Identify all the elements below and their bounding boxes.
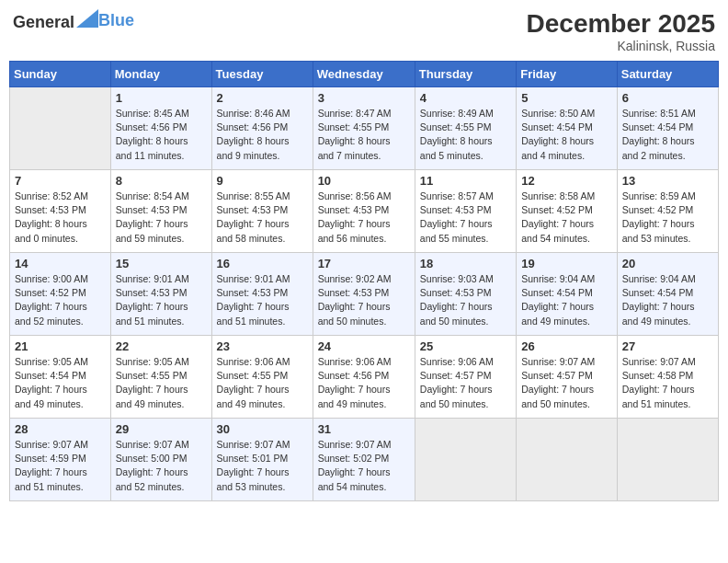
day-info: Sunrise: 9:07 AMSunset: 5:00 PMDaylight:… [116,438,207,494]
day-info: Sunrise: 9:00 AMSunset: 4:52 PMDaylight:… [15,272,106,328]
day-info: Sunrise: 8:51 AMSunset: 4:54 PMDaylight:… [622,107,713,163]
day-number: 16 [217,257,308,270]
location-text: Kalininsk, Russia [527,39,715,53]
day-info: Sunrise: 9:06 AMSunset: 4:55 PMDaylight:… [217,355,308,411]
calendar-day-cell: 19Sunrise: 9:04 AMSunset: 4:54 PMDayligh… [517,253,618,336]
day-info: Sunrise: 9:07 AMSunset: 4:57 PMDaylight:… [521,355,612,411]
day-number: 18 [420,257,511,270]
calendar-week-row: 14Sunrise: 9:00 AMSunset: 4:52 PMDayligh… [10,253,719,336]
day-info: Sunrise: 9:05 AMSunset: 4:54 PMDaylight:… [15,355,106,411]
calendar-day-cell [617,419,718,501]
calendar-day-cell [415,419,516,501]
day-number: 29 [116,422,207,436]
calendar-day-cell [10,87,111,170]
weekday-header-row: SundayMondayTuesdayWednesdayThursdayFrid… [10,62,719,87]
day-info: Sunrise: 9:07 AMSunset: 5:02 PMDaylight:… [318,438,410,494]
weekday-header-sunday: Sunday [10,62,111,87]
month-title: December 2025 [527,9,715,39]
calendar-day-cell: 10Sunrise: 8:56 AMSunset: 4:53 PMDayligh… [313,170,415,253]
day-info: Sunrise: 8:58 AMSunset: 4:52 PMDaylight:… [521,190,612,246]
day-info: Sunrise: 9:06 AMSunset: 4:56 PMDaylight:… [318,355,410,411]
logo-blue-text: Blue [98,11,134,29]
day-info: Sunrise: 9:02 AMSunset: 4:53 PMDaylight:… [318,272,410,328]
calendar-day-cell: 27Sunrise: 9:07 AMSunset: 4:58 PMDayligh… [617,336,718,419]
day-number: 15 [116,257,207,270]
day-number: 3 [318,91,410,105]
day-number: 28 [15,422,106,436]
day-number: 9 [217,174,308,188]
calendar-day-cell: 30Sunrise: 9:07 AMSunset: 5:01 PMDayligh… [211,419,313,501]
day-info: Sunrise: 8:49 AMSunset: 4:55 PMDaylight:… [420,107,511,163]
weekday-header-thursday: Thursday [415,62,516,87]
day-number: 17 [318,257,410,270]
day-number: 12 [521,174,612,188]
day-number: 31 [318,422,410,436]
day-number: 26 [521,339,612,353]
day-number: 8 [116,174,207,188]
day-number: 11 [420,174,511,188]
day-info: Sunrise: 8:52 AMSunset: 4:53 PMDaylight:… [15,190,106,246]
day-number: 4 [420,91,511,105]
day-info: Sunrise: 9:01 AMSunset: 4:53 PMDaylight:… [116,272,207,328]
weekday-header-saturday: Saturday [617,62,718,87]
calendar-day-cell: 14Sunrise: 9:00 AMSunset: 4:52 PMDayligh… [10,253,111,336]
calendar-day-cell: 28Sunrise: 9:07 AMSunset: 4:59 PMDayligh… [10,419,111,501]
calendar-day-cell: 2Sunrise: 8:46 AMSunset: 4:56 PMDaylight… [211,87,313,170]
day-info: Sunrise: 8:56 AMSunset: 4:53 PMDaylight:… [318,190,410,246]
logo-icon [76,9,98,28]
calendar-week-row: 1Sunrise: 8:45 AMSunset: 4:56 PMDaylight… [10,87,719,170]
logo-general-text: General [13,13,74,31]
calendar-week-row: 21Sunrise: 9:05 AMSunset: 4:54 PMDayligh… [10,336,719,419]
weekday-header-friday: Friday [517,62,618,87]
calendar-day-cell: 23Sunrise: 9:06 AMSunset: 4:55 PMDayligh… [211,336,313,419]
calendar-day-cell [517,419,618,501]
calendar-day-cell: 25Sunrise: 9:06 AMSunset: 4:57 PMDayligh… [415,336,516,419]
day-info: Sunrise: 9:07 AMSunset: 5:01 PMDaylight:… [217,438,308,494]
day-number: 30 [217,422,308,436]
day-number: 2 [217,91,308,105]
day-info: Sunrise: 8:46 AMSunset: 4:56 PMDaylight:… [217,107,308,163]
calendar-day-cell: 22Sunrise: 9:05 AMSunset: 4:55 PMDayligh… [110,336,211,419]
calendar-day-cell: 9Sunrise: 8:55 AMSunset: 4:53 PMDaylight… [211,170,313,253]
day-info: Sunrise: 8:55 AMSunset: 4:53 PMDaylight:… [217,190,308,246]
day-number: 10 [318,174,410,188]
calendar-day-cell: 5Sunrise: 8:50 AMSunset: 4:54 PMDaylight… [517,87,618,170]
calendar-day-cell: 29Sunrise: 9:07 AMSunset: 5:00 PMDayligh… [110,419,211,501]
calendar-table: SundayMondayTuesdayWednesdayThursdayFrid… [9,61,719,501]
day-number: 24 [318,339,410,353]
day-number: 25 [420,339,511,353]
page-header: General Blue December 2025 Kalininsk, Ru… [9,9,719,53]
day-info: Sunrise: 9:06 AMSunset: 4:57 PMDaylight:… [420,355,511,411]
calendar-day-cell: 18Sunrise: 9:03 AMSunset: 4:53 PMDayligh… [415,253,516,336]
calendar-day-cell: 17Sunrise: 9:02 AMSunset: 4:53 PMDayligh… [313,253,415,336]
calendar-day-cell: 16Sunrise: 9:01 AMSunset: 4:53 PMDayligh… [211,253,313,336]
day-number: 20 [622,257,713,270]
calendar-day-cell: 12Sunrise: 8:58 AMSunset: 4:52 PMDayligh… [517,170,618,253]
day-info: Sunrise: 8:54 AMSunset: 4:53 PMDaylight:… [116,190,207,246]
calendar-day-cell: 11Sunrise: 8:57 AMSunset: 4:53 PMDayligh… [415,170,516,253]
day-info: Sunrise: 8:47 AMSunset: 4:55 PMDaylight:… [318,107,410,163]
weekday-header-monday: Monday [110,62,211,87]
calendar-week-row: 7Sunrise: 8:52 AMSunset: 4:53 PMDaylight… [10,170,719,253]
day-info: Sunrise: 9:07 AMSunset: 4:58 PMDaylight:… [622,355,713,411]
day-number: 14 [15,257,106,270]
day-number: 1 [116,91,207,105]
calendar-week-row: 28Sunrise: 9:07 AMSunset: 4:59 PMDayligh… [10,419,719,501]
day-info: Sunrise: 9:03 AMSunset: 4:53 PMDaylight:… [420,272,511,328]
day-number: 5 [521,91,612,105]
day-info: Sunrise: 8:59 AMSunset: 4:52 PMDaylight:… [622,190,713,246]
day-info: Sunrise: 9:04 AMSunset: 4:54 PMDaylight:… [622,272,713,328]
calendar-day-cell: 24Sunrise: 9:06 AMSunset: 4:56 PMDayligh… [313,336,415,419]
day-info: Sunrise: 9:01 AMSunset: 4:53 PMDaylight:… [217,272,308,328]
day-info: Sunrise: 9:07 AMSunset: 4:59 PMDaylight:… [15,438,106,494]
calendar-day-cell: 21Sunrise: 9:05 AMSunset: 4:54 PMDayligh… [10,336,111,419]
calendar-day-cell: 15Sunrise: 9:01 AMSunset: 4:53 PMDayligh… [110,253,211,336]
day-number: 19 [521,257,612,270]
calendar-day-cell: 13Sunrise: 8:59 AMSunset: 4:52 PMDayligh… [617,170,718,253]
day-info: Sunrise: 8:45 AMSunset: 4:56 PMDaylight:… [116,107,207,163]
day-info: Sunrise: 9:04 AMSunset: 4:54 PMDaylight:… [521,272,612,328]
weekday-header-tuesday: Tuesday [211,62,313,87]
calendar-day-cell: 4Sunrise: 8:49 AMSunset: 4:55 PMDaylight… [415,87,516,170]
logo: General Blue [13,9,134,32]
calendar-day-cell: 7Sunrise: 8:52 AMSunset: 4:53 PMDaylight… [10,170,111,253]
